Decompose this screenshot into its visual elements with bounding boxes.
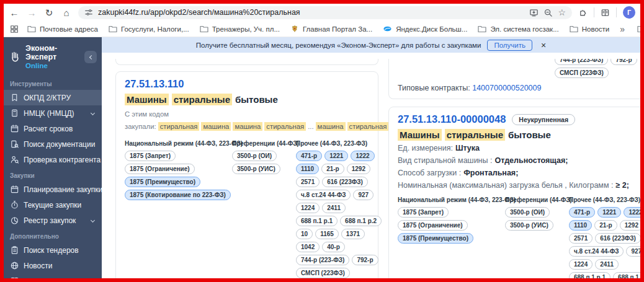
- chip[interactable]: 1110: [569, 220, 592, 231]
- all-bookmarks-item[interactable]: Все за: [637, 25, 644, 33]
- chip[interactable]: 1371: [341, 229, 365, 239]
- apps-grid-icon[interactable]: [10, 25, 19, 33]
- chip[interactable]: 1221: [597, 207, 621, 218]
- pie-chart-icon: [10, 216, 19, 225]
- bookmark-item[interactable]: Эл. система госзак...: [478, 25, 558, 33]
- extensions-icon[interactable]: [578, 8, 588, 17]
- banner-close-icon[interactable]: ×: [541, 40, 546, 50]
- chip[interactable]: 3500-р (ОИ): [232, 151, 277, 161]
- bookmark-item[interactable]: Почтовые адреса: [27, 25, 98, 33]
- chip[interactable]: 2411: [595, 259, 619, 270]
- bookmark-star-icon[interactable]: ☆: [558, 8, 566, 17]
- chip[interactable]: 471-р: [569, 207, 595, 218]
- site-settings-icon[interactable]: [84, 8, 93, 17]
- bookmark-item[interactable]: Госуслуги, Налоги,...: [109, 25, 189, 33]
- chip[interactable]: СМСП (223ФЗ): [296, 268, 350, 278]
- chip[interactable]: 2411: [322, 203, 346, 213]
- chip[interactable]: 1222: [624, 207, 640, 218]
- reading-list-icon[interactable]: [601, 8, 610, 17]
- bookmark-item[interactable]: Главная Портал За...: [290, 25, 372, 33]
- address-bar[interactable]: zakupki44fz.ru/app/okpd2/search/машина%2…: [78, 6, 572, 19]
- bookmark-label: Яндекс.Диск Больш...: [396, 25, 467, 33]
- home-icon[interactable]: ⌂: [61, 8, 72, 17]
- highlighted-term: стиральные: [172, 94, 232, 105]
- bookmark-item[interactable]: Новости: [570, 25, 610, 33]
- chip[interactable]: 688 п.1 р.2: [613, 272, 640, 278]
- chip[interactable]: 1875 (Ограничение): [125, 164, 195, 174]
- chip[interactable]: 744-р (223-ФЗ): [296, 255, 349, 265]
- chip[interactable]: 1221: [324, 151, 348, 161]
- ktru-code-link[interactable]: 27.51.13.110-00000048: [398, 113, 506, 125]
- bookmark-label: Почтовые адреса: [40, 25, 98, 33]
- install-app-icon[interactable]: [529, 8, 539, 17]
- chip[interactable]: 1165: [315, 229, 339, 239]
- chip[interactable]: 1875 (Преимущество): [125, 177, 200, 187]
- banner-get-button[interactable]: Получить: [487, 40, 532, 51]
- chip[interactable]: 688 п.1 р.1: [569, 272, 610, 278]
- reload-icon[interactable]: ↻: [43, 8, 55, 17]
- chip[interactable]: 3500-р (УИС): [232, 164, 280, 174]
- chip[interactable]: 688 п.1 р.1: [296, 216, 338, 226]
- chip[interactable]: 1110: [296, 164, 319, 174]
- chip[interactable]: 1292: [347, 164, 370, 174]
- chip[interactable]: 1875 (Квотирование по 223-ФЗ): [125, 190, 231, 200]
- chip[interactable]: 40-р: [322, 242, 345, 252]
- card-footer: Типовые контракты: 1400700000520009: [398, 84, 640, 92]
- profile-avatar[interactable]: Г: [623, 6, 635, 19]
- chip[interactable]: 1875 (Ограничение): [398, 220, 468, 231]
- chip[interactable]: 1875 (Запрет): [125, 151, 176, 161]
- chip[interactable]: 3500-р (ОИ): [505, 207, 550, 218]
- back-icon[interactable]: ←: [9, 8, 20, 17]
- bookmarks-overflow-icon[interactable]: »: [620, 24, 625, 34]
- sidebar-item-poisk-dokumentacii[interactable]: Поиск документации: [4, 136, 102, 152]
- chip[interactable]: 688 п.1 р.2: [340, 216, 382, 226]
- url-text[interactable]: zakupki44fz.ru/app/okpd2/search/машина%2…: [98, 8, 524, 17]
- chip[interactable]: 3500-р (УИС): [505, 220, 553, 231]
- chip[interactable]: ч.8 ст.24 44-ФЗ: [296, 190, 351, 200]
- emblem-icon: [290, 25, 299, 33]
- sidebar-item-raschet-srokov[interactable]: Расчет сроков: [4, 121, 102, 136]
- sidebar-collapse-button[interactable]: [84, 51, 97, 63]
- chip[interactable]: 1042: [296, 242, 320, 252]
- sidebar-item-novosti[interactable]: Новости: [4, 258, 102, 273]
- chip[interactable]: 927: [353, 190, 373, 200]
- chip[interactable]: 616 (223ФЗ): [595, 233, 640, 244]
- okpd-code-link[interactable]: 27.51.13.110: [125, 78, 369, 90]
- sidebar-item-planirovanie-zakupki[interactable]: Планирование закупки: [4, 182, 102, 197]
- typical-contract-link[interactable]: 1400700000520009: [472, 84, 541, 92]
- sidebar-item-proverka-kontragenta[interactable]: Проверка контрагента: [4, 152, 102, 167]
- forward-icon[interactable]: →: [26, 8, 37, 17]
- chip[interactable]: СМСП (223ФЗ): [555, 68, 609, 78]
- chip[interactable]: 10: [296, 229, 313, 239]
- chip[interactable]: 927: [626, 246, 640, 257]
- chip[interactable]: 1222: [351, 151, 374, 161]
- bookmarks-bar: Почтовые адреса Госуслуги, Налоги,... Тр…: [4, 21, 640, 37]
- chip[interactable]: 2571: [569, 233, 593, 244]
- sidebar-item-poisk-tenderov[interactable]: Поиск тендеров: [4, 242, 102, 258]
- chip[interactable]: 744-р (223-ФЗ): [555, 59, 608, 65]
- chip[interactable]: 2571: [296, 177, 320, 187]
- sidebar-item-nmck[interactable]: НМЦК (НМЦД): [4, 105, 102, 121]
- property-row: Номинальная (максимальная) загрузка бель…: [398, 181, 640, 190]
- chip[interactable]: ч.8 ст.24 44-ФЗ: [569, 246, 624, 257]
- chip[interactable]: 616 (223ФЗ): [322, 177, 368, 187]
- chip[interactable]: 1224: [296, 203, 320, 213]
- bookmark-item[interactable]: Яндекс.Диск Больш...: [383, 25, 467, 33]
- sidebar-item-okpd-ktru[interactable]: ОКПД 2/КТРУ: [4, 90, 102, 105]
- bookmark-item[interactable]: Тренажеры, Уч. пл...: [200, 25, 280, 33]
- folder-icon: [637, 25, 644, 33]
- chip[interactable]: 1875 (Запрет): [398, 207, 449, 218]
- chip[interactable]: 1224: [569, 259, 593, 270]
- sidebar-item-tekushchie-zakupki[interactable]: Текущие закупки: [4, 197, 102, 213]
- chip[interactable]: 792-р: [610, 59, 637, 65]
- chip[interactable]: 1875 (Преимущество): [398, 233, 473, 244]
- globe-icon: [10, 261, 19, 270]
- zoom-icon[interactable]: [543, 8, 553, 17]
- chip[interactable]: 471-р: [296, 151, 322, 161]
- chip[interactable]: 21-р: [321, 164, 344, 174]
- sidebar-item-reestr-zakupok[interactable]: Реестр закупок: [4, 213, 102, 228]
- chip[interactable]: 1292: [620, 220, 640, 231]
- chip[interactable]: 792-р: [352, 255, 378, 265]
- chip[interactable]: 21-р: [594, 220, 617, 231]
- sidebar-item-poleznye-materialy[interactable]: Полезные материалы: [4, 273, 102, 278]
